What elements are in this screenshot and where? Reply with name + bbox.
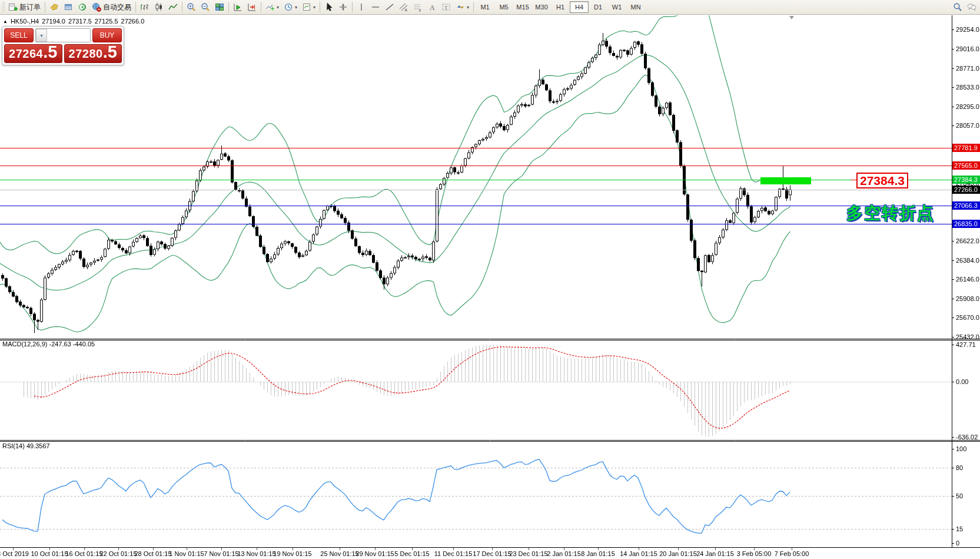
buy-price-frac: .5 bbox=[103, 46, 117, 58]
zoom-in-button[interactable] bbox=[184, 1, 198, 14]
sell-price[interactable]: 27264 .5 bbox=[4, 44, 62, 63]
candlestick-chart-button[interactable] bbox=[152, 1, 166, 14]
svg-text:T: T bbox=[444, 5, 448, 11]
buy-button[interactable]: BUY bbox=[92, 28, 122, 42]
fibonacci-icon: F bbox=[413, 2, 423, 12]
equidistant-channel-button[interactable]: E bbox=[397, 1, 411, 14]
toolbar-separator bbox=[45, 2, 45, 12]
toolbar-separator bbox=[352, 2, 353, 12]
callout-leader-tick bbox=[851, 180, 856, 180]
fibonacci-button[interactable]: F bbox=[411, 1, 425, 14]
ohlc-low: 27125.5 bbox=[95, 18, 118, 25]
line-chart-icon bbox=[168, 2, 178, 12]
buy-price[interactable]: 27280 .5 bbox=[64, 44, 122, 63]
timeframe-button-m1[interactable]: M1 bbox=[476, 1, 494, 13]
arrows-icon bbox=[456, 2, 465, 12]
periods-button[interactable]: ▾ bbox=[281, 1, 300, 14]
data-window-icon bbox=[64, 2, 73, 12]
market-watch-button[interactable] bbox=[47, 1, 61, 14]
timeframe-button-mn[interactable]: MN bbox=[626, 1, 645, 13]
chat-button[interactable] bbox=[965, 1, 979, 14]
dropdown-caret-icon[interactable]: ▾ bbox=[295, 5, 297, 10]
hline-icon bbox=[371, 2, 380, 12]
vline-icon bbox=[357, 2, 366, 12]
resistance-zone-rectangle[interactable] bbox=[760, 177, 811, 184]
toolbar-right-group bbox=[951, 1, 979, 14]
volume-decrease-button[interactable]: ▼ bbox=[36, 29, 47, 42]
symbol-period-label: HK50-,H4 bbox=[11, 18, 39, 25]
timeframe-button-m15[interactable]: M15 bbox=[513, 1, 532, 13]
ohlc-high: 27317.5 bbox=[68, 18, 92, 25]
chat-icon bbox=[967, 2, 976, 12]
timeframe-button-m30[interactable]: M30 bbox=[532, 1, 551, 13]
timeframe-button-w1[interactable]: W1 bbox=[607, 1, 626, 13]
navigator-icon bbox=[78, 2, 87, 12]
line-chart-button[interactable] bbox=[166, 1, 180, 14]
timeframe-button-m5[interactable]: M5 bbox=[494, 1, 513, 13]
cursor-button[interactable] bbox=[322, 1, 336, 14]
text-label-button[interactable]: T bbox=[439, 1, 453, 14]
dropdown-caret-icon[interactable]: ▾ bbox=[313, 5, 315, 10]
new-order-button-label: 新订单 bbox=[19, 2, 41, 12]
timeframe-button-h1[interactable]: H1 bbox=[551, 1, 570, 13]
bar-chart-button[interactable] bbox=[138, 1, 152, 14]
toolbar-separator bbox=[320, 2, 320, 12]
dropdown-caret-icon[interactable]: ▾ bbox=[277, 5, 279, 10]
new-order-button[interactable]: 新订单 bbox=[6, 1, 43, 14]
price-callout-box[interactable]: 27384.3 bbox=[856, 173, 908, 188]
zoom-out-icon bbox=[201, 2, 210, 12]
market-watch-icon bbox=[49, 2, 59, 12]
new-order-icon bbox=[8, 2, 18, 12]
toolbar-separator bbox=[261, 2, 261, 12]
chart-shift-icon bbox=[247, 2, 257, 12]
main-toolbar: 新订单自动交易▾▾▾EFAT▾M1M5M15M30H1H4D1W1MN bbox=[0, 0, 980, 15]
sell-button[interactable]: SELL bbox=[4, 28, 34, 42]
text-label-icon: T bbox=[441, 2, 451, 12]
autotrade-button[interactable]: 自动交易 bbox=[89, 1, 134, 14]
volume-input[interactable] bbox=[47, 29, 91, 42]
indicators-button[interactable]: ▾ bbox=[263, 1, 281, 14]
cursor-icon bbox=[324, 2, 334, 12]
trendline-button[interactable] bbox=[383, 1, 397, 14]
toolbar-separator bbox=[135, 2, 136, 12]
channel-icon: E bbox=[399, 2, 408, 12]
trendline-icon bbox=[385, 2, 394, 12]
templates-button[interactable]: ▾ bbox=[300, 1, 318, 14]
volume-stepper: ▼ ▲ bbox=[35, 28, 91, 42]
crosshair-button[interactable] bbox=[336, 1, 350, 14]
auto-scroll-button[interactable] bbox=[231, 1, 245, 14]
periods-icon bbox=[284, 2, 293, 12]
macd-indicator-label: MACD(12,26,9) -247.63 -440.05 bbox=[2, 340, 95, 348]
collapse-icon[interactable]: ▲ bbox=[3, 19, 8, 24]
mt4-trading-window: 新订单自动交易▾▾▾EFAT▾M1M5M15M30H1H4D1W1MN ▲ HK… bbox=[0, 0, 980, 559]
svg-text:A: A bbox=[430, 4, 435, 12]
vertical-line-button[interactable] bbox=[354, 1, 368, 14]
timeframe-button-d1[interactable]: D1 bbox=[589, 1, 607, 13]
arrows-button[interactable]: ▾ bbox=[453, 1, 471, 14]
tile-windows-button[interactable] bbox=[212, 1, 227, 14]
text-button[interactable]: A bbox=[425, 1, 439, 14]
navigator-button[interactable] bbox=[75, 1, 89, 14]
crosshair-icon bbox=[338, 2, 348, 12]
data-window-button[interactable] bbox=[61, 1, 75, 14]
toolbar-separator bbox=[228, 2, 229, 12]
zoom-out-button[interactable] bbox=[198, 1, 212, 14]
auto-scroll-icon bbox=[233, 2, 242, 12]
tile-windows-icon bbox=[215, 2, 224, 12]
timeframe-button-h4[interactable]: H4 bbox=[570, 1, 589, 13]
price-chart-canvas[interactable] bbox=[0, 0, 980, 559]
svg-text:E: E bbox=[405, 8, 407, 12]
dropdown-caret-icon[interactable]: ▾ bbox=[467, 5, 469, 10]
sell-price-int: 27264 bbox=[9, 47, 43, 61]
search-button[interactable] bbox=[951, 1, 965, 14]
buy-price-int: 27280 bbox=[69, 47, 103, 61]
text-icon: A bbox=[427, 2, 437, 12]
chart-shift-button[interactable] bbox=[245, 1, 259, 14]
candlestick-icon bbox=[154, 2, 164, 12]
horizontal-line-button[interactable] bbox=[368, 1, 383, 14]
toolbar-separator bbox=[182, 2, 182, 12]
chart-shift-marker[interactable] bbox=[789, 16, 794, 19]
zoom-in-icon bbox=[187, 2, 196, 12]
toolbar-grip bbox=[2, 2, 5, 12]
turning-point-annotation[interactable]: 多空转折点 bbox=[846, 202, 935, 224]
